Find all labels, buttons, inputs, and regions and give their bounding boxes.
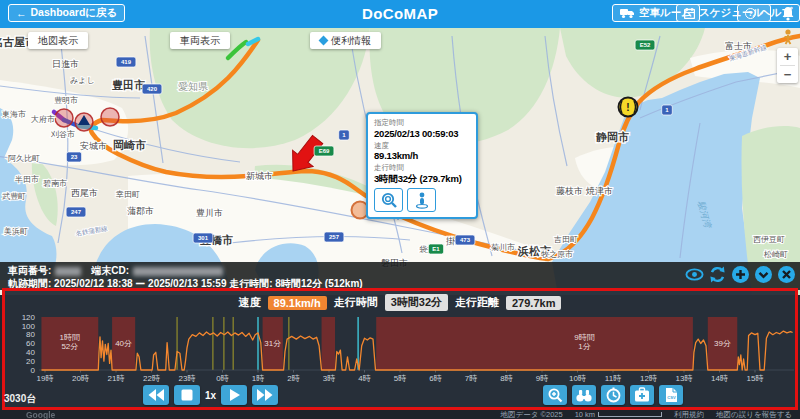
add-to-case-button[interactable] xyxy=(630,385,654,405)
popup-zoom-button[interactable] xyxy=(374,188,403,212)
x-axis-tick: 15時 xyxy=(747,374,764,383)
play-button[interactable] xyxy=(221,385,247,405)
truck-icon xyxy=(620,8,635,19)
road-shield-label: E1 xyxy=(432,246,440,252)
zoom-in-button[interactable]: + xyxy=(777,48,798,65)
terms-link[interactable]: 利用規約 xyxy=(674,410,704,419)
scale-bar xyxy=(598,412,662,417)
stop-duration-label: 31分 xyxy=(264,339,281,348)
calendar-icon xyxy=(684,8,695,19)
map-place-label: 愛知県 xyxy=(178,81,208,92)
playback-controls: 1x xyxy=(143,385,278,405)
popup-duration-value: 3時間32分 (279.7km) xyxy=(374,173,470,185)
csv-file-icon: CSV xyxy=(664,387,679,403)
map-data-credit: 地図データ ©2025 xyxy=(501,410,563,419)
map-zoom-control: + − xyxy=(777,48,798,83)
x-axis-tick: 3時 xyxy=(323,374,335,383)
speed-timeline-chart[interactable]: 1時間52分40分31分9時間1分39分02040608010012019時20… xyxy=(5,313,795,387)
x-axis-tick: 8時 xyxy=(500,374,512,383)
x-axis-tick: 12時 xyxy=(640,374,657,383)
x-axis-tick: 4時 xyxy=(358,374,370,383)
info-diamond-icon xyxy=(319,36,329,46)
road-shield-label: E69 xyxy=(319,148,330,154)
fast-forward-button[interactable] xyxy=(252,385,278,405)
x-axis-tick: 2時 xyxy=(287,374,299,383)
x-axis-tick: 0時 xyxy=(216,374,228,383)
road-shield-label: 420 xyxy=(147,86,158,92)
rewind-button[interactable] xyxy=(143,385,169,405)
map-place-label: 豊明市 xyxy=(54,96,78,105)
magnifier-icon xyxy=(380,191,398,209)
report-error-link[interactable]: 地図の誤りを報告する xyxy=(716,410,792,419)
map-place-label: 西伊豆町 xyxy=(753,235,785,244)
map-place-label: 安城市 xyxy=(80,141,107,151)
point-info-popup: 指定時間 2025/02/13 00:59:03 速度 89.13km/h 走行… xyxy=(366,112,478,219)
add-button[interactable] xyxy=(731,265,750,284)
time-search-button[interactable] xyxy=(601,385,625,405)
eye-icon xyxy=(685,265,704,284)
plus-circle-icon xyxy=(731,265,750,284)
stop-period-rect xyxy=(322,317,335,370)
back-button-label: Dashboardに戻る xyxy=(31,6,118,20)
road-shield-label: 23 xyxy=(71,154,78,160)
first-aid-case-icon xyxy=(633,387,651,403)
map-place-label: 東海市 xyxy=(2,110,26,119)
x-axis-tick: 13時 xyxy=(676,374,693,383)
vehicle-number-redacted xyxy=(55,267,81,276)
notification-bell-icon[interactable] xyxy=(781,6,795,25)
map-place-label: 豊田市 xyxy=(112,79,145,91)
vehicle-number-label: 車両番号: xyxy=(8,264,51,278)
rewind-icon xyxy=(147,388,165,402)
stop-button[interactable] xyxy=(174,385,200,405)
play-icon xyxy=(228,388,241,402)
useful-info-button[interactable]: 便利情報 xyxy=(310,32,381,49)
google-logo: Google xyxy=(26,410,55,419)
map-place-label: 松崎町 xyxy=(764,250,788,259)
back-to-dashboard-button[interactable]: ← Dashboardに戻る xyxy=(8,4,125,22)
distance-value-badge: 279.7km xyxy=(506,296,561,310)
map-place-label: 静岡市 xyxy=(596,131,629,143)
x-axis-tick: 9時 xyxy=(536,374,548,383)
stop-period-rect xyxy=(376,317,693,370)
popup-time-label: 指定時間 xyxy=(374,118,470,128)
y-axis-tick: 60 xyxy=(26,339,35,348)
stop-duration-label: 40分 xyxy=(115,339,132,348)
chart-zoom-button[interactable] xyxy=(543,385,567,405)
map-place-label: 豊川市 xyxy=(196,208,223,218)
road-shield-label: 419 xyxy=(121,59,132,65)
chevron-down-circle-icon xyxy=(754,265,773,284)
collapse-button[interactable] xyxy=(754,265,773,284)
map-place-label: 刈谷市 xyxy=(50,130,75,139)
zoom-out-button[interactable]: − xyxy=(777,66,798,83)
visibility-toggle-button[interactable] xyxy=(685,265,704,284)
map-place-label: 幸田町 xyxy=(115,190,140,199)
duration-value-badge: 3時間32分 xyxy=(385,294,448,311)
x-axis-tick: 14時 xyxy=(711,374,728,383)
map-display-label: 地図表示 xyxy=(38,34,78,48)
svg-text:CSV: CSV xyxy=(667,395,676,400)
close-panel-button[interactable] xyxy=(777,265,796,284)
popup-streetview-button[interactable] xyxy=(407,188,436,212)
speed-value-badge: 89.1km/h xyxy=(268,296,327,310)
road-shield-label: 257 xyxy=(329,234,340,240)
refresh-button[interactable] xyxy=(708,265,727,284)
vehicle-display-label: 車両表示 xyxy=(180,34,220,48)
map-place-label: 半田市 xyxy=(14,175,39,184)
popup-speed-label: 速度 xyxy=(374,141,470,151)
road-shield-label: 247 xyxy=(71,209,82,215)
traffic-warning-icon[interactable]: ! xyxy=(619,98,638,117)
x-axis-tick: 7時 xyxy=(465,374,477,383)
svg-text:!: ! xyxy=(626,102,629,113)
zoom-plus-icon xyxy=(547,387,564,403)
search-points-button[interactable] xyxy=(572,385,596,405)
speed-label: 速度 xyxy=(239,295,261,310)
vehicle-display-button[interactable]: 車両表示 xyxy=(170,32,230,49)
stop-icon xyxy=(180,388,194,402)
map-display-button[interactable]: 地図表示 xyxy=(28,32,88,49)
distance-label: 走行距離 xyxy=(455,295,499,310)
x-axis-tick: 6時 xyxy=(429,374,441,383)
duration-label: 走行時間 xyxy=(334,295,378,310)
y-axis-tick: 20 xyxy=(26,357,35,366)
csv-export-button[interactable]: CSV xyxy=(659,385,683,405)
y-axis-tick: 40 xyxy=(26,348,35,357)
